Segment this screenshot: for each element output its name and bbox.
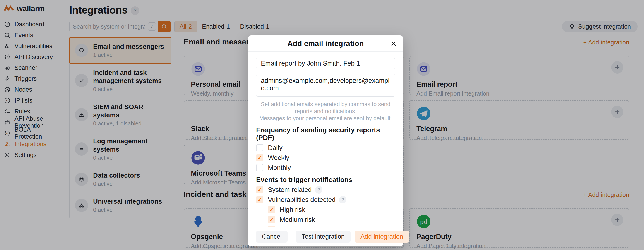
frequency-option[interactable]: ✓ Monthly: [256, 164, 395, 172]
event-option[interactable]: ✓ System related ?: [256, 186, 395, 193]
checkbox[interactable]: ✓: [256, 154, 263, 161]
modal-body: admins@example.com,developers@example.co…: [248, 52, 403, 227]
checkbox-label: High risk: [280, 206, 305, 213]
additional-emails-textarea[interactable]: admins@example.com,developers@example.co…: [256, 74, 395, 97]
events-heading: Events to trigger notifications: [256, 176, 395, 184]
event-option[interactable]: ✓ Vulnerabilities detected ?: [256, 196, 395, 203]
check-icon: ✓: [258, 155, 262, 161]
checkbox-label: Monthly: [268, 164, 291, 172]
event-option[interactable]: ✓ High risk: [256, 206, 395, 213]
help-icon[interactable]: ?: [315, 186, 322, 193]
close-icon[interactable]: [390, 40, 398, 48]
emails-help-text: Set additional emails separated by comma…: [256, 101, 395, 122]
frequency-option[interactable]: ✓ Weekly: [256, 154, 395, 162]
event-options: ✓ System related ? ✓ Vulnerabilities det…: [256, 186, 395, 227]
checkbox-label: System related: [268, 186, 312, 193]
event-option[interactable]: ✓ Medium risk: [256, 216, 395, 223]
add-integration-button[interactable]: Add integration: [354, 231, 409, 242]
integration-name-input[interactable]: [256, 58, 395, 69]
checkbox[interactable]: ✓: [256, 144, 263, 151]
check-icon: ✓: [258, 187, 262, 193]
cancel-button[interactable]: Cancel: [256, 231, 288, 242]
check-icon: ✓: [269, 207, 274, 213]
integrations-page: wallarm Dashboard Events Vulnerabilities…: [0, 0, 644, 250]
help-icon[interactable]: ?: [339, 196, 346, 203]
checkbox[interactable]: ✓: [268, 206, 275, 213]
check-icon: ✓: [269, 217, 274, 222]
checkbox[interactable]: ✓: [268, 216, 275, 223]
checkbox-label: Vulnerabilities detected: [268, 196, 336, 203]
checkbox-label: Weekly: [268, 154, 290, 162]
checkbox-label: Medium risk: [280, 216, 315, 223]
checkbox[interactable]: ✓: [256, 196, 263, 203]
checkbox[interactable]: ✓: [256, 164, 263, 171]
test-integration-button[interactable]: Test integration: [296, 231, 350, 242]
modal-title: Add email integration: [287, 39, 364, 48]
frequency-options: ✓ Daily ✓ Weekly ✓ Monthly: [256, 144, 395, 172]
check-icon: ✓: [258, 197, 262, 203]
checkbox[interactable]: ✓: [256, 186, 263, 193]
modal-footer: Cancel Test integration Add integration: [248, 227, 403, 246]
frequency-heading: Frequency of sending security reports (P…: [256, 126, 395, 142]
frequency-option[interactable]: ✓ Daily: [256, 144, 395, 152]
add-email-integration-modal: Add email integration admins@example.com…: [248, 35, 403, 246]
checkbox-label: Daily: [268, 144, 282, 152]
